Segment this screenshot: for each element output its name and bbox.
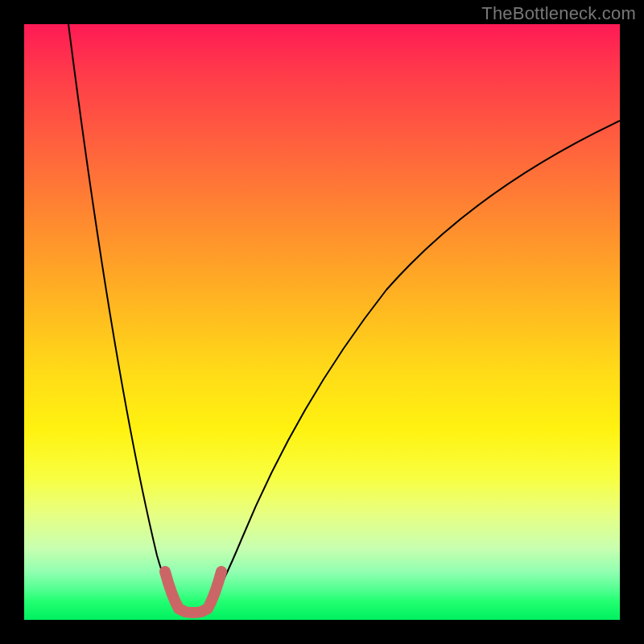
plot-area (24, 24, 620, 620)
figure-root: TheBottleneck.com (0, 0, 644, 644)
attribution-text: TheBottleneck.com (481, 3, 636, 24)
left-curve (68, 24, 175, 602)
trough-highlight (165, 572, 221, 613)
curve-layer (24, 24, 620, 620)
right-curve (211, 121, 620, 602)
